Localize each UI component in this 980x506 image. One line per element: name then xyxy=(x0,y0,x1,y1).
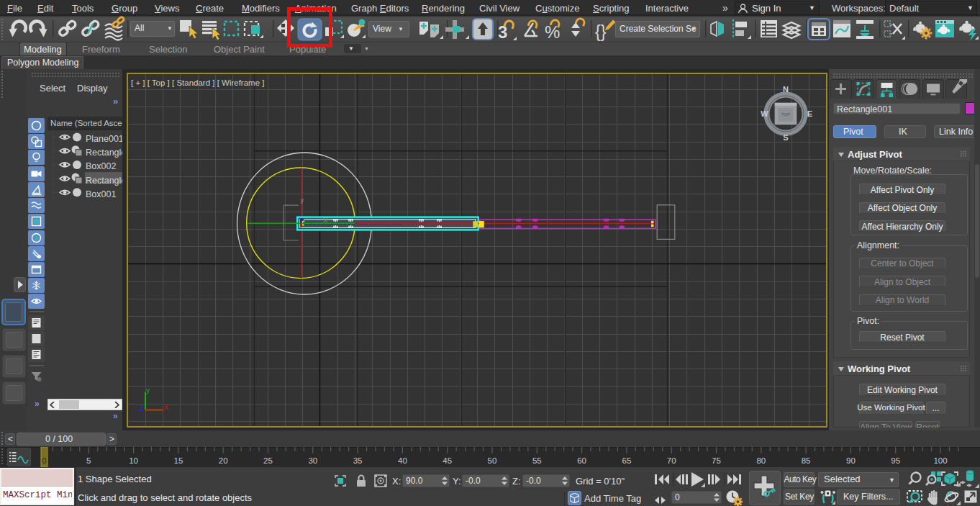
svg-text:80: 80 xyxy=(756,456,766,465)
svg-text:30: 30 xyxy=(308,456,317,465)
svg-text:60: 60 xyxy=(577,456,586,465)
svg-text:100: 100 xyxy=(933,456,947,465)
svg-text:85: 85 xyxy=(802,456,811,465)
svg-text:70: 70 xyxy=(667,456,676,465)
svg-text:0: 0 xyxy=(42,456,46,465)
svg-text:20: 20 xyxy=(219,456,228,465)
svg-text:95: 95 xyxy=(891,456,900,465)
svg-text:[ + ] [ Top ] [ Standard ] [ W: [ + ] [ Top ] [ Standard ] [ Wireframe ] xyxy=(131,78,264,87)
svg-text:25: 25 xyxy=(263,456,273,465)
svg-text:W: W xyxy=(761,109,768,118)
svg-text:55: 55 xyxy=(532,456,542,465)
svg-text:15: 15 xyxy=(174,456,183,465)
svg-text:50: 50 xyxy=(488,456,497,465)
svg-text:90: 90 xyxy=(846,456,856,465)
svg-text:5: 5 xyxy=(86,456,91,465)
svg-text:10: 10 xyxy=(129,456,138,465)
svg-text:S: S xyxy=(783,133,788,142)
svg-text:Z: Z xyxy=(140,405,144,412)
svg-text:X: X xyxy=(164,404,169,412)
svg-text:y: y xyxy=(146,387,150,394)
svg-text:TOP: TOP xyxy=(781,112,790,117)
svg-text:40: 40 xyxy=(398,456,407,465)
svg-text:65: 65 xyxy=(622,456,632,465)
svg-text:X: X xyxy=(323,216,328,224)
svg-text:75: 75 xyxy=(712,456,721,465)
svg-text:E: E xyxy=(807,109,812,118)
svg-text:45: 45 xyxy=(443,456,452,465)
svg-text:y: y xyxy=(301,196,304,204)
svg-text:35: 35 xyxy=(353,456,363,465)
svg-text:N: N xyxy=(783,85,789,94)
